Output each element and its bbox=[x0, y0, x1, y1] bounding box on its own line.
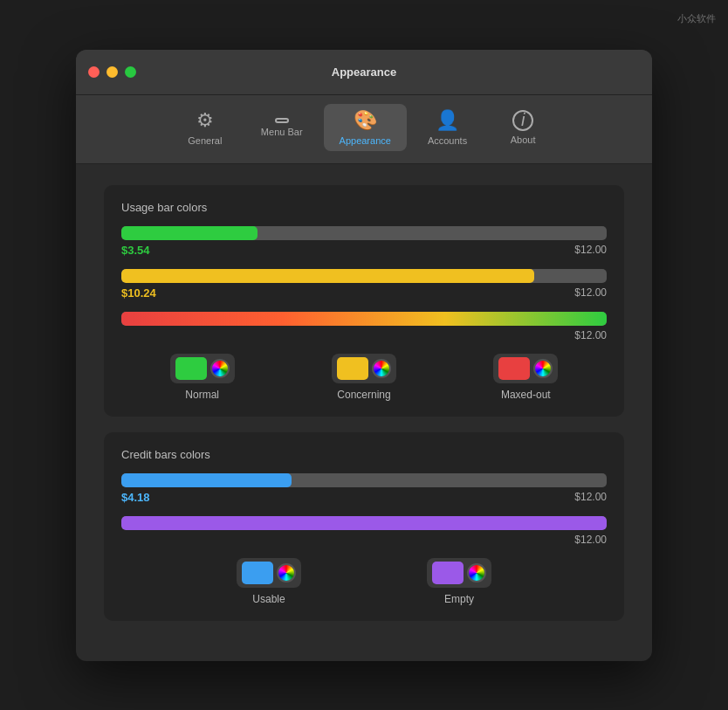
usage-swatches: Normal Concerning Maxed-out bbox=[121, 354, 607, 401]
concerning-bar-max: $12.00 bbox=[574, 286, 607, 299]
concerning-bar-fill bbox=[121, 269, 534, 283]
titlebar: Appearance bbox=[76, 50, 652, 95]
tab-about[interactable]: i About bbox=[488, 105, 558, 150]
window-title: Appearance bbox=[332, 65, 396, 79]
usable-bar-max: $12.00 bbox=[574, 491, 607, 503]
maxedout-swatch-button[interactable] bbox=[493, 354, 558, 383]
concerning-bar-row: $10.24 $12.00 bbox=[121, 269, 607, 300]
tab-menubar[interactable]: Menu Bar bbox=[245, 113, 319, 142]
maxedout-bar-max: $12.00 bbox=[574, 329, 607, 341]
concerning-bar-container bbox=[121, 269, 607, 283]
empty-swatch-label: Empty bbox=[444, 593, 474, 605]
tab-appearance[interactable]: 🎨 Appearance bbox=[324, 104, 407, 151]
normal-swatch-item: Normal bbox=[170, 354, 235, 401]
concerning-bar-value: $10.24 bbox=[121, 286, 156, 300]
concerning-swatch-item: Concerning bbox=[332, 354, 396, 401]
empty-bar-container bbox=[121, 516, 607, 530]
maxedout-bar-row: $12.00 bbox=[121, 312, 607, 341]
normal-swatch-label: Normal bbox=[185, 389, 219, 401]
tab-accounts[interactable]: 👤 Accounts bbox=[412, 104, 483, 151]
empty-bar-fill bbox=[121, 516, 607, 530]
usable-bar-fill bbox=[121, 473, 292, 487]
maxedout-bar-fill bbox=[121, 312, 607, 326]
normal-bar-value: $3.54 bbox=[121, 244, 150, 257]
empty-swatch-item: Empty bbox=[427, 558, 491, 605]
tab-accounts-label: Accounts bbox=[428, 135, 467, 146]
normal-bar-container bbox=[121, 226, 607, 240]
concerning-color-wheel bbox=[372, 359, 391, 378]
watermark: 小众软件 bbox=[677, 12, 716, 25]
maximize-button[interactable] bbox=[125, 66, 136, 78]
maxedout-bar-container bbox=[121, 312, 607, 326]
tab-general[interactable]: ⚙ General bbox=[170, 104, 240, 151]
normal-bar-row: $3.54 $12.00 bbox=[121, 226, 607, 257]
concerning-swatch-color bbox=[337, 357, 368, 380]
menubar-icon bbox=[275, 118, 289, 123]
concerning-swatch-button[interactable] bbox=[332, 354, 396, 383]
credit-section: Credit bars colors $4.18 $12.00 $12.0 bbox=[104, 432, 624, 621]
gear-icon: ⚙ bbox=[196, 109, 214, 132]
normal-bar-fill bbox=[121, 226, 258, 240]
normal-swatch-button[interactable] bbox=[170, 354, 235, 383]
tab-appearance-label: Appearance bbox=[340, 135, 391, 146]
tab-menubar-label: Menu Bar bbox=[261, 127, 303, 137]
empty-swatch-button[interactable] bbox=[427, 558, 491, 588]
concerning-swatch-label: Concerning bbox=[337, 389, 390, 401]
normal-bar-max: $12.00 bbox=[574, 244, 607, 256]
usable-bar-row: $4.18 $12.00 bbox=[121, 473, 607, 504]
usable-bar-container bbox=[121, 473, 607, 487]
empty-bar-labels: $12.00 bbox=[121, 534, 607, 546]
normal-bar-labels: $3.54 $12.00 bbox=[121, 244, 607, 257]
usage-section: Usage bar colors $3.54 $12.00 $10.24 $ bbox=[104, 185, 624, 417]
tab-general-label: General bbox=[188, 135, 222, 146]
credit-section-title: Credit bars colors bbox=[121, 448, 607, 461]
usage-section-title: Usage bar colors bbox=[121, 201, 607, 214]
traffic-lights bbox=[88, 66, 136, 78]
usable-swatch-label: Usable bbox=[252, 593, 285, 605]
maxedout-swatch-color bbox=[498, 357, 530, 380]
maxedout-swatch-item: Maxed-out bbox=[493, 354, 558, 401]
main-content: Usage bar colors $3.54 $12.00 $10.24 $ bbox=[76, 164, 652, 661]
appearance-icon: 🎨 bbox=[354, 109, 377, 132]
close-button[interactable] bbox=[88, 66, 100, 78]
usable-bar-labels: $4.18 $12.00 bbox=[121, 491, 607, 504]
app-window: Appearance ⚙ General Menu Bar 🎨 Appearan… bbox=[76, 50, 652, 661]
usable-swatch-color bbox=[242, 562, 273, 584]
empty-color-wheel bbox=[467, 563, 486, 582]
concerning-bar-labels: $10.24 $12.00 bbox=[121, 286, 607, 300]
minimize-button[interactable] bbox=[106, 66, 118, 78]
usable-color-wheel bbox=[277, 563, 296, 582]
toolbar: ⚙ General Menu Bar 🎨 Appearance 👤 Accoun… bbox=[76, 95, 652, 164]
empty-bar-row: $12.00 bbox=[121, 516, 607, 546]
usable-swatch-button[interactable] bbox=[237, 558, 301, 588]
normal-swatch-color bbox=[175, 357, 207, 380]
credit-swatches: Usable Empty bbox=[121, 558, 607, 605]
maxedout-bar-labels: $12.00 bbox=[121, 329, 607, 341]
empty-swatch-color bbox=[432, 562, 464, 584]
info-icon: i bbox=[512, 110, 533, 131]
normal-color-wheel bbox=[210, 359, 230, 378]
accounts-icon: 👤 bbox=[436, 109, 459, 132]
empty-bar-max: $12.00 bbox=[574, 534, 607, 546]
tab-about-label: About bbox=[511, 134, 536, 145]
usable-bar-value: $4.18 bbox=[121, 491, 150, 504]
maxedout-color-wheel bbox=[533, 359, 553, 378]
maxedout-swatch-label: Maxed-out bbox=[501, 389, 551, 401]
usable-swatch-item: Usable bbox=[237, 558, 301, 605]
